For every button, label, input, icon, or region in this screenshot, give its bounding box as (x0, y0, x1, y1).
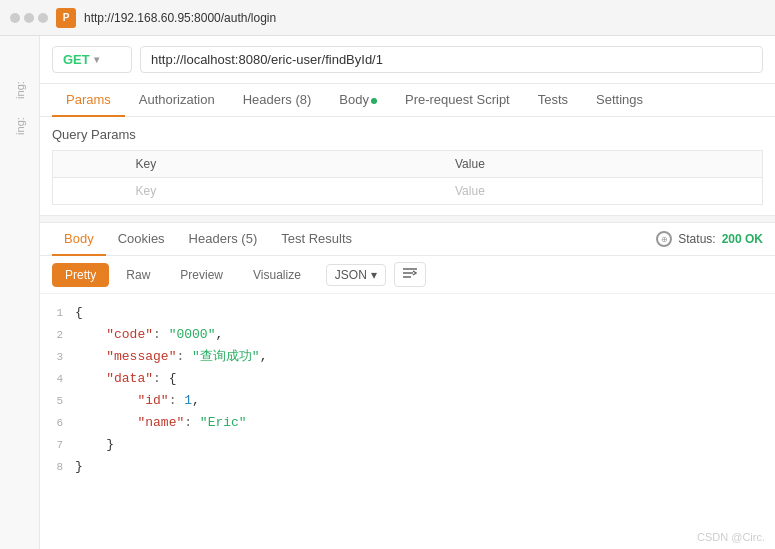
status-code: 200 OK (722, 232, 763, 246)
sidebar-label-2: ing: (14, 117, 26, 135)
format-bar: Pretty Raw Preview Visualize JSON ▾ (40, 256, 775, 294)
response-status: ⊕ Status: 200 OK (656, 231, 763, 247)
url-input[interactable] (140, 46, 763, 73)
json-line-6: 6 "name": "Eric" (40, 412, 775, 434)
json-line-5: 5 "id": 1, (40, 390, 775, 412)
col-value-header: Value (443, 151, 763, 178)
col-key-header: Key (124, 151, 444, 178)
main-content: GET ▾ Params Authorization Headers (8) B… (40, 36, 775, 549)
tab-body[interactable]: Body (325, 84, 391, 117)
json-line-4: 4 "data": { (40, 368, 775, 390)
table-row: Key Value (53, 178, 763, 205)
json-line-1: 1 { (40, 302, 775, 324)
json-format-chevron: ▾ (371, 268, 377, 282)
response-tab-body[interactable]: Body (52, 223, 106, 256)
tab-pre-request[interactable]: Pre-request Script (391, 84, 524, 117)
section-divider (40, 215, 775, 223)
dot-3 (38, 13, 48, 23)
app-icon: P (56, 8, 76, 28)
json-line-7: 7 } (40, 434, 775, 456)
top-bar: P http://192.168.60.95:8000/auth/login (0, 0, 775, 36)
format-btn-raw[interactable]: Raw (113, 263, 163, 287)
response-tab-test-results[interactable]: Test Results (269, 223, 364, 256)
watermark: CSDN @Circ. (697, 531, 765, 543)
json-line-3: 3 "message": "查询成功", (40, 346, 775, 368)
url-bar: GET ▾ (40, 36, 775, 84)
tab-authorization[interactable]: Authorization (125, 84, 229, 117)
method-chevron: ▾ (94, 54, 99, 65)
response-tab-headers[interactable]: Headers (5) (177, 223, 270, 256)
response-section: Body Cookies Headers (5) Test Results ⊕ … (40, 223, 775, 549)
globe-icon: ⊕ (656, 231, 672, 247)
response-tabs-bar: Body Cookies Headers (5) Test Results ⊕ … (40, 223, 775, 256)
params-section-title: Query Params (52, 127, 763, 142)
params-section: Query Params Key Value Key Value (40, 117, 775, 215)
tab-headers[interactable]: Headers (8) (229, 84, 326, 117)
tab-params[interactable]: Params (52, 84, 125, 117)
json-format-select[interactable]: JSON ▾ (326, 264, 386, 286)
response-tab-cookies[interactable]: Cookies (106, 223, 177, 256)
window-controls (10, 13, 48, 23)
format-btn-preview[interactable]: Preview (167, 263, 236, 287)
tab-settings[interactable]: Settings (582, 84, 657, 117)
dot-1 (10, 13, 20, 23)
col-check-header (53, 151, 124, 178)
params-table: Key Value Key Value (52, 150, 763, 205)
status-label: Status: (678, 232, 715, 246)
row-key[interactable]: Key (124, 178, 444, 205)
dot-2 (24, 13, 34, 23)
json-format-label: JSON (335, 268, 367, 282)
row-value[interactable]: Value (443, 178, 763, 205)
sidebar-strip: ing: ing: (0, 36, 40, 549)
method-label: GET (63, 52, 90, 67)
wrap-button[interactable] (394, 262, 426, 287)
method-select[interactable]: GET ▾ (52, 46, 132, 73)
request-tabs-bar: Params Authorization Headers (8) Body Pr… (40, 84, 775, 117)
row-check (53, 178, 124, 205)
json-line-8: 8 } (40, 456, 775, 478)
tab-tests[interactable]: Tests (524, 84, 582, 117)
format-btn-pretty[interactable]: Pretty (52, 263, 109, 287)
json-body: 1 { 2 "code": "0000", 3 "message": "查询成功… (40, 294, 775, 549)
top-bar-url: http://192.168.60.95:8000/auth/login (84, 11, 276, 25)
body-dot-indicator (371, 98, 377, 104)
sidebar-label-1: ing: (14, 81, 26, 99)
json-line-2: 2 "code": "0000", (40, 324, 775, 346)
format-btn-visualize[interactable]: Visualize (240, 263, 314, 287)
